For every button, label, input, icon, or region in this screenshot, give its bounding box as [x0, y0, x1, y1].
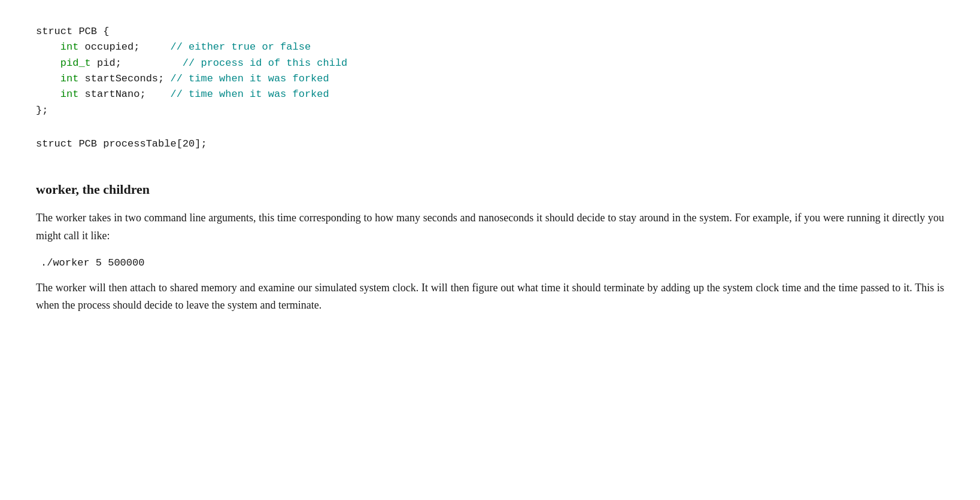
section-heading: worker, the children: [36, 182, 944, 197]
code-start-nano: startNano;: [78, 89, 170, 100]
code-section: struct PCB { int occupied; // either tru…: [36, 24, 944, 152]
code-comment-1: // either true or false: [170, 41, 311, 53]
inline-code-example: ./worker 5 500000: [41, 257, 944, 269]
code-start-seconds: startSeconds;: [78, 73, 170, 84]
code-int-1: int: [60, 41, 79, 53]
content-section: worker, the children The worker takes in…: [36, 182, 944, 315]
paragraph-2: The worker will then attach to shared me…: [36, 279, 944, 315]
code-comment-3: // time when it was forked: [170, 73, 329, 84]
paragraph-1: The worker takes in two command line arg…: [36, 209, 944, 245]
code-int-2: int: [60, 73, 79, 84]
struct-instance: struct PCB processTable[20];: [36, 136, 944, 152]
code-struct-close: };: [36, 105, 48, 116]
code-occupied: occupied;: [78, 41, 170, 53]
code-int-3: int: [60, 89, 79, 100]
code-struct-open: struct PCB {: [36, 26, 109, 37]
code-comment-2: // process id of this child: [183, 57, 347, 69]
code-pid: pid;: [91, 57, 183, 69]
code-comment-4: // time when it was forked: [170, 89, 329, 100]
struct-definition: struct PCB { int occupied; // either tru…: [36, 24, 944, 118]
code-pid-type: pid_t: [60, 57, 91, 69]
